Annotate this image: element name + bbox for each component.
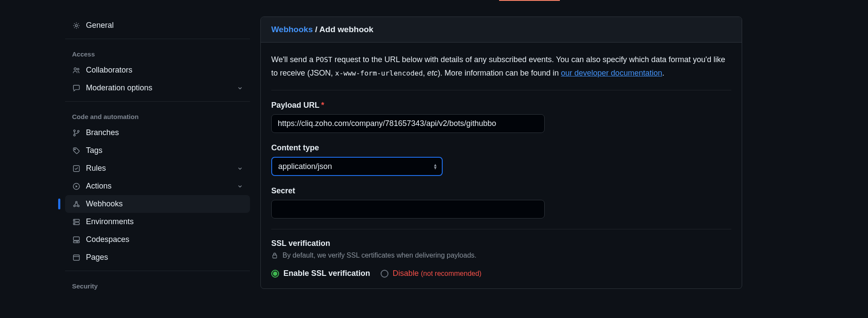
radio-dot-icon <box>271 270 279 278</box>
sidebar-item-label: General <box>86 21 243 30</box>
svg-point-5 <box>78 130 79 132</box>
sidebar-item-label: Webhooks <box>86 199 243 209</box>
form-divider <box>271 229 731 229</box>
chevron-down-icon <box>237 166 243 172</box>
breadcrumb-root-link[interactable]: Webhooks <box>271 25 313 34</box>
developer-docs-link[interactable]: our developer documentation <box>561 69 662 77</box>
content-type-label: Content type <box>271 143 731 152</box>
svg-point-15 <box>74 223 75 223</box>
play-circle-icon <box>72 182 81 191</box>
required-asterisk: * <box>321 101 324 109</box>
sidebar-item-branches[interactable]: Branches <box>65 124 250 142</box>
branch-icon <box>72 129 81 137</box>
svg-point-6 <box>75 149 76 149</box>
sidebar-item-webhooks[interactable]: Webhooks <box>65 195 250 213</box>
svg-point-14 <box>74 220 75 220</box>
breadcrumb-sep: / <box>313 25 319 34</box>
sidebar-item-environments[interactable]: Environments <box>65 213 250 231</box>
gear-icon <box>72 21 81 30</box>
breadcrumb: Webhooks / Add webhook <box>261 17 742 43</box>
settings-sidebar: General Access Collaborators Moderation … <box>65 17 260 293</box>
divider <box>65 39 250 39</box>
ssl-heading: SSL verification <box>271 239 731 248</box>
webhook-form-card: Webhooks / Add webhook We'll send a POST… <box>260 17 742 289</box>
payload-url-group: Payload URL* <box>271 101 731 133</box>
main-content: Webhooks / Add webhook We'll send a POST… <box>260 17 742 293</box>
divider <box>65 271 250 271</box>
section-header-code: Code and automation <box>65 109 250 124</box>
chevron-down-icon <box>237 85 243 91</box>
svg-point-10 <box>73 205 75 207</box>
svg-point-11 <box>78 205 79 207</box>
sidebar-item-tags[interactable]: Tags <box>65 142 250 159</box>
sidebar-item-label: Branches <box>86 128 243 137</box>
secret-input[interactable] <box>271 200 545 219</box>
sidebar-item-pages[interactable]: Pages <box>65 248 250 266</box>
ssl-note: By default, we verify SSL certificates w… <box>271 252 731 259</box>
divider <box>65 101 250 102</box>
svg-point-0 <box>76 24 78 26</box>
top-tab-accent <box>499 0 560 1</box>
sidebar-item-label: Actions <box>86 182 232 191</box>
people-icon <box>72 66 81 75</box>
lock-icon <box>271 252 278 259</box>
svg-point-1 <box>74 68 76 70</box>
ssl-disable-radio[interactable]: Disable (not recommended) <box>381 269 482 278</box>
payload-url-input[interactable] <box>271 114 545 133</box>
svg-point-3 <box>74 130 76 132</box>
sidebar-item-label: Collaborators <box>86 66 243 75</box>
comment-icon <box>72 84 81 93</box>
sidebar-item-label: Moderation options <box>86 83 232 93</box>
server-icon <box>72 218 81 226</box>
sidebar-item-general[interactable]: General <box>65 17 250 34</box>
svg-rect-16 <box>73 237 79 240</box>
breadcrumb-current: Add webhook <box>319 25 374 34</box>
browser-icon <box>72 253 81 262</box>
tag-icon <box>72 146 81 155</box>
codespaces-icon <box>72 235 81 244</box>
rules-icon <box>72 164 81 173</box>
sidebar-item-rules[interactable]: Rules <box>65 159 250 177</box>
sidebar-item-label: Codespaces <box>86 235 243 244</box>
sidebar-item-label: Rules <box>86 164 232 173</box>
content-type-group: Content type application/json ▲▼ <box>271 143 731 176</box>
ssl-radio-group: Enable SSL verification Disable (not rec… <box>271 269 731 278</box>
code-post: POST <box>316 56 332 64</box>
sidebar-item-collaborators[interactable]: Collaborators <box>65 61 250 79</box>
sidebar-item-actions[interactable]: Actions <box>65 177 250 195</box>
sidebar-item-label: Tags <box>86 146 243 155</box>
sidebar-item-moderation[interactable]: Moderation options <box>65 79 250 97</box>
code-urlencoded: x-www-form-urlencoded <box>335 69 423 77</box>
secret-label: Secret <box>271 186 731 195</box>
intro-text: We'll send a POST request to the URL bel… <box>271 53 731 90</box>
section-header-access: Access <box>65 47 250 61</box>
radio-dot-icon <box>381 270 388 278</box>
ssl-enable-radio[interactable]: Enable SSL verification <box>271 269 370 278</box>
content-type-select[interactable]: application/json <box>271 157 443 176</box>
svg-rect-19 <box>273 255 277 258</box>
chevron-down-icon <box>237 183 243 189</box>
payload-url-label: Payload URL* <box>271 101 731 110</box>
sidebar-item-codespaces[interactable]: Codespaces <box>65 231 250 248</box>
webhook-icon <box>72 200 81 209</box>
svg-point-4 <box>74 134 76 136</box>
sidebar-item-label: Pages <box>86 253 243 262</box>
section-header-security: Security <box>65 279 250 293</box>
svg-point-2 <box>77 68 79 70</box>
svg-point-9 <box>76 201 77 203</box>
sidebar-item-label: Environments <box>86 217 243 226</box>
secret-group: Secret <box>271 186 731 219</box>
svg-rect-18 <box>73 255 79 260</box>
